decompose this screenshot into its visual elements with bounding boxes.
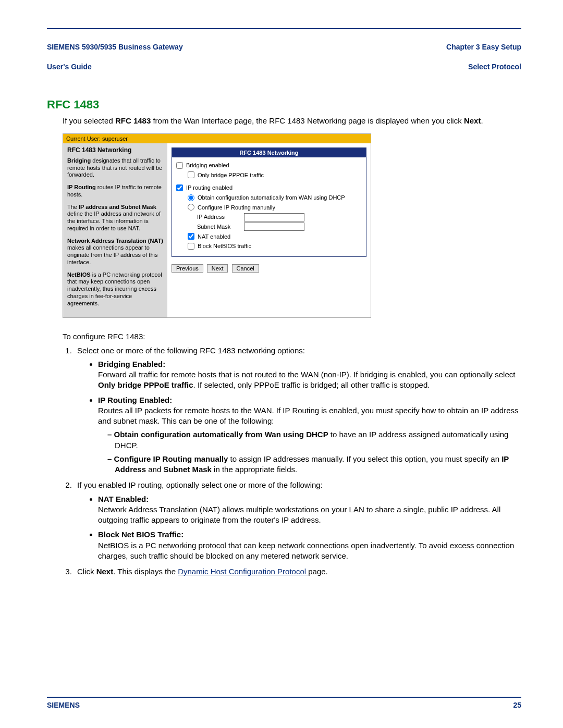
obtain-dhcp-label: Obtain configuration automatically from … — [198, 193, 345, 203]
sidebar-title: RFC 1483 Networking — [67, 146, 163, 154]
bullet-iprouting: IP Routing Enabled: Routes all IP packet… — [98, 395, 521, 475]
obtain-dhcp-radio[interactable] — [188, 194, 194, 201]
subnet-label: Subnet Mask — [197, 222, 244, 232]
dash-manual: Configure IP Routing manually to assign … — [107, 454, 521, 475]
page-footer: SIEMENS 25 — [47, 701, 521, 709]
nat-checkbox[interactable] — [188, 233, 194, 240]
footer-brand: SIEMENS — [47, 701, 80, 709]
body-text: To configure RFC 1483: Select one or mor… — [47, 331, 521, 577]
configure-manual-radio[interactable] — [188, 204, 194, 211]
intro-paragraph: If you selected RFC 1483 from the Wan In… — [47, 116, 521, 126]
only-pppoe-label: Only bridge PPPOE traffic — [198, 170, 264, 180]
panel-title: RFC 1483 Networking — [172, 148, 366, 157]
subnet-input[interactable] — [244, 223, 304, 231]
dhcp-link[interactable]: Dynamic Host Configuration Protocol — [178, 567, 308, 576]
iprouting-checkbox[interactable] — [176, 184, 183, 191]
next-button[interactable]: Next — [207, 264, 228, 273]
ipaddress-input[interactable] — [244, 213, 304, 221]
block-netbios-checkbox[interactable] — [188, 243, 194, 250]
page-header: SIEMENS 5930/5935 Business Gateway User'… — [47, 32, 521, 72]
header-rule — [47, 28, 521, 29]
previous-button[interactable]: Previous — [172, 264, 203, 273]
dash-obtain: Obtain configuration automatically from … — [107, 429, 521, 451]
nat-label: NAT enabled — [198, 232, 230, 242]
step-1: Select one or more of the following RFC … — [74, 346, 521, 475]
step-3: Click Next. This displays the Dynamic Ho… — [74, 566, 521, 577]
bullet-netbios: Block Net BIOS Traffic: NetBIOS is a PC … — [98, 529, 521, 561]
ipaddress-label: IP Address — [197, 212, 244, 222]
header-left-2: User's Guide — [47, 63, 92, 71]
only-pppoe-checkbox[interactable] — [188, 171, 194, 178]
rfc1483-panel: RFC 1483 Networking Bridging enabled Onl… — [172, 147, 366, 257]
configure-lead: To configure RFC 1483: — [63, 331, 521, 342]
screenshot-rfc1483: Current User: superuser RFC 1483 Network… — [63, 133, 371, 318]
current-user-bar: Current User: superuser — [63, 134, 371, 143]
footer-page-number: 25 — [513, 701, 521, 709]
footer-rule — [47, 697, 521, 698]
block-netbios-label: Block NetBIOS traffic — [198, 241, 251, 251]
cancel-button[interactable]: Cancel — [232, 264, 259, 273]
step-2: If you enabled IP routing, optionally se… — [74, 480, 521, 561]
help-sidebar: RFC 1483 Networking Bridging designates … — [63, 143, 167, 318]
iprouting-label: IP routing enabled — [186, 183, 232, 193]
bullet-bridging: Bridging Enabled: Forward all traffic fo… — [98, 359, 521, 391]
bridging-label: Bridging enabled — [186, 161, 229, 170]
bridging-checkbox[interactable] — [176, 162, 183, 169]
header-right-1: Chapter 3 Easy Setup — [446, 43, 521, 51]
header-left-1: SIEMENS 5930/5935 Business Gateway — [47, 43, 183, 51]
section-title: RFC 1483 — [47, 98, 521, 112]
header-right-2: Select Protocol — [468, 63, 521, 71]
bullet-nat: NAT Enabled: Network Address Translation… — [98, 494, 521, 526]
configure-manual-label: Configure IP Routing manually — [198, 203, 275, 213]
